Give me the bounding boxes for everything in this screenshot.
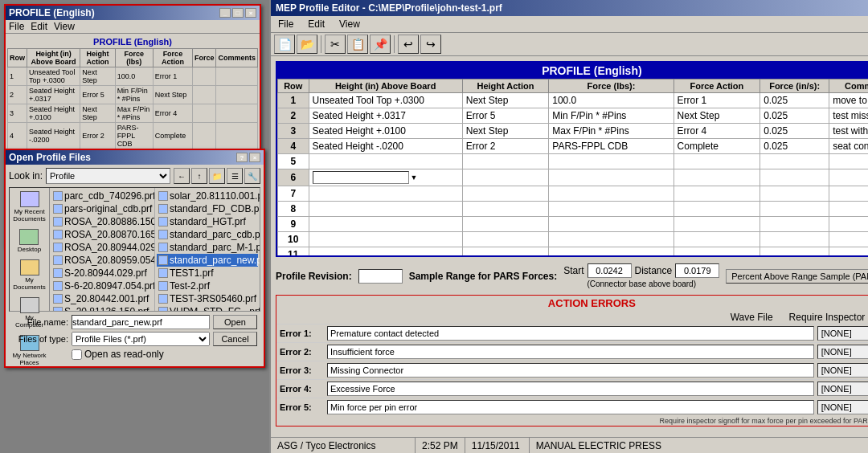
minimize-btn[interactable]: _ <box>219 8 231 18</box>
main-table-row: 2Seated Height +.0317Error 5Min F/Pin * … <box>278 108 869 124</box>
copy-toolbar-btn[interactable]: 📋 <box>347 35 368 54</box>
menu-edit-small[interactable]: Edit <box>31 21 47 32</box>
list-item[interactable]: S-6-20.80947.054.prf <box>51 280 153 292</box>
list-item[interactable]: TEST1.prf <box>157 267 258 280</box>
error-input[interactable] <box>327 363 814 378</box>
th-row: Row <box>278 80 309 93</box>
cut-toolbar-btn[interactable]: ✂ <box>325 35 346 54</box>
file-icon <box>158 281 168 291</box>
left-panel: PROFILE (English) _ □ × File Edit View P… <box>0 0 269 453</box>
main-titlebar: MEP Profile Editor - C:\MEP\Profile\john… <box>271 0 868 16</box>
mycomp-icon <box>20 297 39 313</box>
start-input-main[interactable] <box>588 263 632 278</box>
cancel-button[interactable]: Cancel <box>213 332 257 346</box>
error-input[interactable] <box>327 326 814 341</box>
sidebar-recent[interactable]: My Recent Documents <box>11 191 47 222</box>
maximize-btn[interactable]: □ <box>232 8 244 18</box>
profile-revision-input[interactable] <box>358 269 403 284</box>
main-menubar: File Edit View <box>271 16 868 33</box>
main-table-row: 7 <box>278 186 869 202</box>
sidebar-desktop[interactable]: Desktop <box>18 229 41 253</box>
open-profile-close[interactable]: × <box>249 153 260 162</box>
open-profile-minimize[interactable]: ? <box>236 153 248 162</box>
error-input[interactable] <box>327 382 814 396</box>
list-item[interactable]: standard_parc_M-1.prf <box>157 241 258 254</box>
close-btn[interactable]: × <box>245 8 256 18</box>
list-item[interactable]: ROSA_20.80944.029.prf <box>51 241 153 254</box>
list-item[interactable]: ROSA_20.80959.054.prf <box>51 254 153 267</box>
pars-help-button[interactable]: Percent Above Range Sample (PARS) Help <box>726 269 868 284</box>
list-item[interactable]: TEST-3RS05460.prf <box>157 292 258 305</box>
file-icon <box>158 255 168 265</box>
file-icon <box>53 281 63 291</box>
wave-file-select[interactable]: [NONE] <box>817 400 868 414</box>
look-in-combo[interactable]: Profile <box>46 168 170 184</box>
status-bar: ASG / Tyco Electronics 2:52 PM 11/15/201… <box>271 437 868 453</box>
list-item[interactable]: VHDM_STD_FG_.prf <box>157 305 258 311</box>
file-name-input[interactable] <box>72 315 210 329</box>
list-item[interactable]: ROSA_20.80870.165.prf <box>51 228 153 241</box>
new-folder-btn[interactable]: 📁 <box>209 168 225 184</box>
view-btn[interactable]: ☰ <box>227 168 243 184</box>
main-table-row: 9 <box>278 217 869 232</box>
list-item[interactable]: S_20.80442.001.prf <box>51 292 153 305</box>
wave-file-select[interactable]: [NONE] <box>817 363 868 378</box>
paste-toolbar-btn[interactable]: 📌 <box>370 35 391 54</box>
wave-file-select[interactable]: [NONE] <box>817 345 868 359</box>
file-icon <box>53 230 63 239</box>
list-item[interactable]: S-20.80944.029.prf <box>51 267 153 280</box>
up-btn[interactable]: ↑ <box>191 168 207 184</box>
error-label: Error 2: <box>280 347 324 357</box>
sidebar-mydocs[interactable]: My Documents <box>11 259 47 291</box>
list-item[interactable]: standard_FD_CDB.prf <box>157 202 258 215</box>
error-label: Error 3: <box>280 365 324 375</box>
open-toolbar-btn[interactable]: 📂 <box>297 35 317 54</box>
file-dialog-main: My Recent Documents Desktop My Documents… <box>9 187 260 312</box>
list-item[interactable]: parc_cdb_740296.prf <box>51 190 153 202</box>
file-name-label: File name: <box>12 317 68 327</box>
list-item[interactable]: pars-original_cdb.prf <box>51 202 153 215</box>
redo-toolbar-btn[interactable]: ↪ <box>420 35 441 54</box>
status-date: 11/15/2011 <box>465 438 530 453</box>
main-title-text: MEP Profile Editor - C:\MEP\Profile\john… <box>276 2 502 14</box>
error-row: Error 4: [NONE] <box>276 379 868 398</box>
profile-table: Row Height (in) Above Board Height Actio… <box>277 79 868 255</box>
error-input[interactable] <box>327 400 814 414</box>
undo-toolbar-btn[interactable]: ↩ <box>398 35 419 54</box>
tools-btn[interactable]: 🔧 <box>244 168 260 184</box>
back-btn[interactable]: ← <box>174 168 190 184</box>
list-item[interactable]: standard_HGT.prf <box>157 215 258 228</box>
file-icon <box>158 307 168 311</box>
network-label: My Network Places <box>11 352 47 366</box>
main-menu-view[interactable]: View <box>337 18 362 31</box>
error-input[interactable] <box>327 345 814 359</box>
list-item[interactable]: ROSA_20.80886.150.prf <box>51 215 153 228</box>
th-force-action: Force Action <box>674 80 760 93</box>
file-type-combo[interactable]: Profile Files (*.prf) <box>72 332 210 346</box>
list-item[interactable]: solar_20.81110.001.prf <box>157 190 258 202</box>
list-item[interactable]: standard_parc_cdb.prf <box>157 228 258 241</box>
th-height-action: Height Action <box>462 80 549 93</box>
file-icon <box>158 294 168 304</box>
main-menu-edit[interactable]: Edit <box>305 18 327 31</box>
menu-file-small[interactable]: File <box>9 21 24 32</box>
status-press: MANUAL ELECTRIC PRESS <box>530 438 868 453</box>
main-table-row: 6▼ <box>278 169 869 186</box>
open-button[interactable]: Open <box>213 315 257 329</box>
list-item[interactable]: S_20.81136.150.prf <box>51 305 153 311</box>
wave-file-select[interactable]: [NONE] <box>817 382 868 396</box>
new-toolbar-btn[interactable]: 📄 <box>274 35 295 54</box>
readonly-checkbox[interactable] <box>72 349 82 360</box>
signoff-note: Require inspector signoff for max force … <box>276 416 868 426</box>
wave-file-select[interactable]: [NONE] <box>817 326 868 341</box>
list-item[interactable]: standard_parc_new.prf <box>157 254 258 267</box>
profile-small-title-text: PROFILE (English) <box>9 7 95 18</box>
menu-view-small[interactable]: View <box>54 21 75 32</box>
main-menu-file[interactable]: File <box>276 18 296 31</box>
look-in-row: Look in: Profile ← ↑ 📁 ☰ 🔧 <box>9 168 260 184</box>
list-item[interactable]: Test-2.prf <box>157 280 258 292</box>
toolbar-sep-2 <box>394 35 395 53</box>
profile-small-menubar: File Edit View <box>6 20 260 34</box>
th-height: Height (in) Above Board <box>309 80 462 93</box>
distance-input-main[interactable] <box>675 263 719 278</box>
